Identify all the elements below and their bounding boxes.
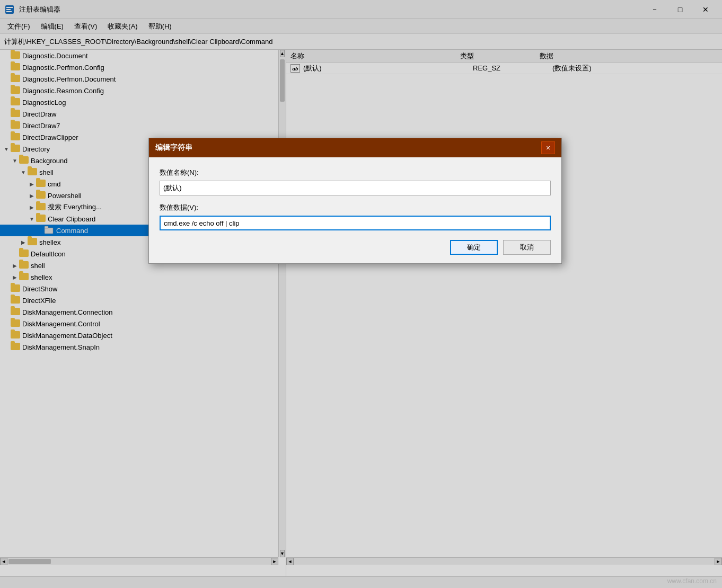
dialog-close-button[interactable]: × — [541, 141, 555, 154]
dialog-data-input[interactable] — [160, 216, 551, 230]
dialog-body: 数值名称(N): 数值数据(V): 确定 取消 — [149, 157, 561, 263]
dialog-name-label: 数值名称(N): — [160, 168, 551, 177]
dialog-title: 编辑字符串 — [155, 143, 192, 153]
dialog-cancel-button[interactable]: 取消 — [503, 240, 551, 255]
dialog-buttons: 确定 取消 — [160, 240, 551, 255]
edit-string-dialog: 编辑字符串 × 数值名称(N): 数值数据(V): 确定 取消 — [148, 138, 562, 264]
dialog-ok-button[interactable]: 确定 — [450, 240, 498, 255]
dialog-titlebar: 编辑字符串 × — [149, 138, 561, 157]
modal-overlay: 编辑字符串 × 数值名称(N): 数值数据(V): 确定 取消 — [0, 0, 722, 588]
dialog-name-input[interactable] — [160, 181, 551, 195]
dialog-data-label: 数值数据(V): — [160, 203, 551, 212]
